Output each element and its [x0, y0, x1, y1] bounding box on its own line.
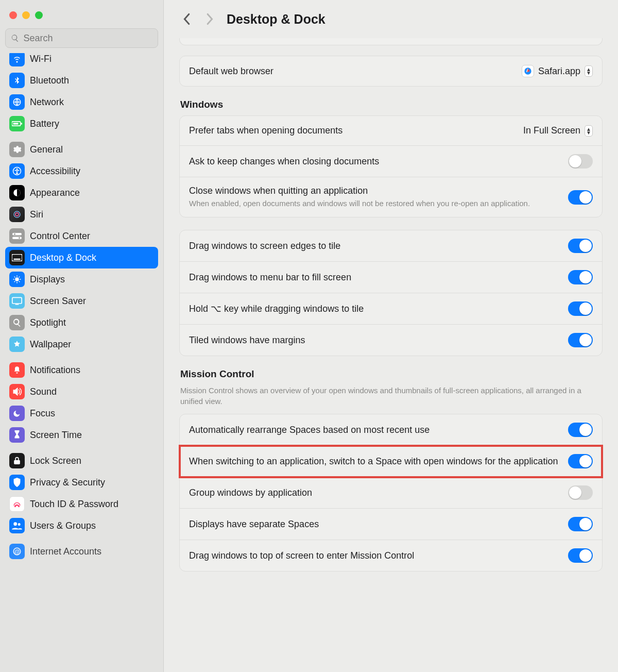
- minimize-window-button[interactable]: [22, 11, 30, 19]
- menubar-fill-toggle[interactable]: [568, 270, 593, 284]
- svg-rect-17: [15, 304, 19, 305]
- close-window-button[interactable]: [9, 11, 17, 19]
- sidebar-item-spotlight[interactable]: Spotlight: [5, 312, 158, 333]
- sidebar-item-label: Accessibility: [30, 166, 80, 177]
- sidebar-item-privacy[interactable]: Privacy & Security: [5, 472, 158, 493]
- sidebar-item-internet-accounts[interactable]: @ Internet Accounts: [5, 541, 158, 562]
- sidebar-item-battery[interactable]: Battery: [5, 113, 158, 135]
- spotlight-icon: [9, 315, 25, 330]
- search-field[interactable]: [5, 28, 158, 48]
- svg-rect-13: [12, 254, 22, 261]
- sidebar-item-notifications[interactable]: Notifications: [5, 359, 158, 381]
- window-controls: [0, 7, 163, 28]
- sidebar-item-network[interactable]: Network: [5, 91, 158, 113]
- sidebar-item-siri[interactable]: Siri: [5, 204, 158, 225]
- sidebar-item-label: Displays: [30, 274, 65, 285]
- svg-point-19: [13, 522, 17, 526]
- windows-section-title: Windows: [179, 99, 603, 115]
- separate-spaces-toggle[interactable]: [568, 517, 593, 531]
- svg-point-5: [16, 169, 18, 170]
- default-browser-label: Default web browser: [189, 66, 513, 77]
- sidebar-item-label: Spotlight: [30, 317, 66, 328]
- sidebar-item-general[interactable]: General: [5, 139, 158, 160]
- screensaver-icon: [9, 293, 25, 309]
- sidebar-item-wifi[interactable]: Wi-Fi: [5, 53, 158, 70]
- svg-rect-2: [21, 123, 23, 124]
- switch-space-row-highlighted: When switching to an application, switch…: [180, 446, 602, 477]
- default-browser-value: Safari.app: [538, 66, 580, 77]
- search-input[interactable]: [23, 33, 152, 44]
- tiling-card: Drag windows to screen edges to tile Dra…: [179, 230, 603, 356]
- sidebar-item-label: Desktop & Dock: [30, 253, 96, 263]
- svg-rect-9: [12, 233, 22, 236]
- sidebar-item-lock-screen[interactable]: Lock Screen: [5, 450, 158, 472]
- margins-toggle[interactable]: [568, 333, 593, 347]
- sidebar-item-label: Internet Accounts: [30, 546, 101, 557]
- sidebar-item-screen-time[interactable]: Screen Time: [5, 424, 158, 446]
- mission-control-title: Mission Control: [179, 368, 603, 385]
- default-browser-select[interactable]: Safari.app ▲▼: [522, 65, 593, 77]
- edge-tile-label: Drag windows to screen edges to tile: [189, 241, 560, 251]
- svg-point-15: [15, 277, 19, 281]
- search-icon: [11, 33, 19, 43]
- sidebar-item-label: Sound: [30, 387, 57, 397]
- updown-icon: ▲▼: [585, 125, 593, 137]
- fullscreen-window-button[interactable]: [35, 11, 43, 19]
- group-by-app-toggle[interactable]: [568, 485, 593, 500]
- sidebar-list: Wi-Fi Bluetooth Network Battery: [0, 53, 163, 672]
- control-center-icon: [9, 228, 25, 244]
- sidebar-item-accessibility[interactable]: Accessibility: [5, 160, 158, 182]
- sidebar-item-label: Wi-Fi: [30, 54, 52, 64]
- ask-keep-toggle[interactable]: [568, 154, 593, 169]
- sidebar-item-bluetooth[interactable]: Bluetooth: [5, 70, 158, 91]
- close-quit-toggle[interactable]: [568, 190, 593, 205]
- sidebar-item-label: General: [30, 144, 63, 155]
- nav-back-button[interactable]: [179, 12, 194, 26]
- sidebar-item-touch-id[interactable]: Touch ID & Password: [5, 493, 158, 515]
- sidebar-item-label: Notifications: [30, 365, 80, 376]
- previous-panel-edge: [179, 38, 603, 45]
- svg-rect-16: [12, 297, 22, 304]
- prefer-tabs-select[interactable]: In Full Screen ▲▼: [523, 125, 593, 137]
- network-icon: [9, 94, 25, 110]
- header: Desktop & Dock: [179, 0, 603, 38]
- svg-rect-18: [14, 460, 20, 464]
- svg-point-8: [15, 213, 19, 216]
- sidebar-item-sound[interactable]: Sound: [5, 381, 158, 402]
- sidebar-item-appearance[interactable]: Appearance: [5, 182, 158, 204]
- sidebar: Wi-Fi Bluetooth Network Battery: [0, 0, 164, 672]
- mission-control-card: Automatically rearrange Spaces based on …: [179, 414, 603, 572]
- hold-option-label: Hold ⌥ key while dragging windows to til…: [189, 303, 560, 314]
- edge-tile-toggle[interactable]: [568, 239, 593, 253]
- auto-rearrange-toggle[interactable]: [568, 423, 593, 437]
- lock-icon: [9, 453, 25, 468]
- sidebar-item-control-center[interactable]: Control Center: [5, 225, 158, 247]
- svg-text:@: @: [14, 548, 20, 555]
- wifi-icon: [9, 53, 25, 66]
- sidebar-item-screen-saver[interactable]: Screen Saver: [5, 290, 158, 312]
- svg-rect-3: [13, 123, 19, 124]
- sidebar-item-label: Screen Time: [30, 430, 82, 441]
- displays-icon: [9, 272, 25, 287]
- svg-rect-10: [12, 237, 22, 240]
- sidebar-item-wallpaper[interactable]: Wallpaper: [5, 333, 158, 355]
- windows-card: Prefer tabs when opening documents In Fu…: [179, 115, 603, 217]
- sound-icon: [9, 384, 25, 399]
- safari-icon: [522, 65, 534, 77]
- main-content: Desktop & Dock Default web browser Safar…: [164, 0, 618, 672]
- group-by-app-label: Group windows by application: [189, 488, 560, 498]
- drag-top-toggle[interactable]: [568, 548, 593, 563]
- svg-point-20: [18, 523, 21, 526]
- switch-space-toggle[interactable]: [568, 454, 593, 468]
- sidebar-item-label: Network: [30, 97, 64, 108]
- sidebar-item-label: Siri: [30, 209, 43, 220]
- sidebar-item-label: Screen Saver: [30, 296, 86, 307]
- sidebar-item-focus[interactable]: Focus: [5, 402, 158, 424]
- sidebar-item-label: Bluetooth: [30, 75, 69, 86]
- sidebar-item-desktop-dock[interactable]: Desktop & Dock: [5, 247, 158, 268]
- sidebar-item-users-groups[interactable]: Users & Groups: [5, 515, 158, 536]
- hold-option-toggle[interactable]: [568, 301, 593, 316]
- nav-forward-button[interactable]: [203, 12, 217, 26]
- sidebar-item-displays[interactable]: Displays: [5, 268, 158, 290]
- sidebar-item-label: Touch ID & Password: [30, 499, 118, 510]
